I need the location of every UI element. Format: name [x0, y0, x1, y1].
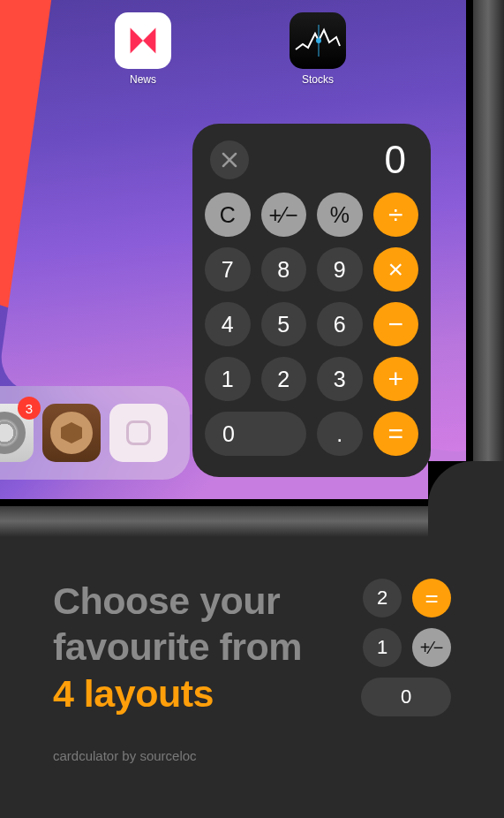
- preview-chip-1[interactable]: 1: [363, 628, 402, 667]
- calc-3[interactable]: 3: [317, 357, 363, 401]
- calc-multiply[interactable]: ×: [373, 247, 419, 292]
- calc-8[interactable]: 8: [261, 247, 307, 292]
- preview-chip-0[interactable]: 0: [361, 678, 451, 716]
- app-label-stocks: Stocks: [302, 73, 334, 86]
- calc-percent[interactable]: %: [317, 193, 363, 237]
- calc-minus[interactable]: −: [373, 302, 419, 346]
- calc-5[interactable]: 5: [261, 302, 307, 346]
- preview-chip-sign[interactable]: +⁄−: [412, 628, 451, 667]
- calc-equals[interactable]: =: [373, 412, 419, 456]
- device-frame: News Stocks 3 0 C +⁄− %: [0, 0, 504, 537]
- calc-decimal[interactable]: .: [317, 412, 363, 456]
- calc-7[interactable]: 7: [205, 247, 251, 292]
- stocks-icon: [290, 12, 346, 69]
- dock-app-settings[interactable]: 3: [0, 404, 34, 462]
- app-label-news: News: [130, 73, 156, 86]
- calc-6[interactable]: 6: [317, 302, 363, 346]
- calc-clear[interactable]: C: [205, 193, 251, 237]
- calc-1[interactable]: 1: [205, 357, 251, 401]
- calc-9[interactable]: 9: [317, 247, 363, 292]
- close-icon: [222, 152, 237, 168]
- calc-sign[interactable]: +⁄−: [261, 193, 307, 237]
- layout-preview: 2 = 1 +⁄− 0: [361, 579, 451, 716]
- credit-text: cardculator by sourceloc: [53, 748, 451, 763]
- preview-chip-2[interactable]: 2: [363, 579, 402, 617]
- calculator-widget: 0 C +⁄− % ÷ 7 8 9 × 4 5 6 − 1 2 3 + 0 . …: [192, 124, 431, 477]
- news-icon: [115, 12, 171, 69]
- dock-app-shortcuts[interactable]: [109, 404, 168, 462]
- close-button[interactable]: [210, 140, 249, 179]
- headline-line3: 4 layouts: [53, 672, 214, 715]
- calc-4[interactable]: 4: [205, 302, 251, 346]
- rounded-square-icon: [126, 420, 151, 445]
- calc-divide[interactable]: ÷: [373, 193, 419, 237]
- bezel-right: [466, 0, 504, 537]
- headline-line2: favourite from: [53, 625, 302, 668]
- calc-2[interactable]: 2: [261, 357, 307, 401]
- notification-badge: 3: [18, 397, 41, 420]
- calc-display: 0: [385, 138, 413, 182]
- preview-chip-equals[interactable]: =: [412, 579, 451, 617]
- gear-icon: [0, 412, 26, 454]
- package-icon: [50, 412, 93, 454]
- calc-0[interactable]: 0: [205, 412, 306, 456]
- app-news[interactable]: News: [115, 12, 171, 86]
- dock-app-cydia[interactable]: [42, 404, 101, 462]
- calc-plus[interactable]: +: [373, 357, 419, 401]
- dock: 3: [0, 386, 190, 480]
- app-stocks[interactable]: Stocks: [290, 12, 346, 86]
- bezel-corner: [428, 461, 504, 537]
- headline-line1: Choose your: [53, 579, 280, 622]
